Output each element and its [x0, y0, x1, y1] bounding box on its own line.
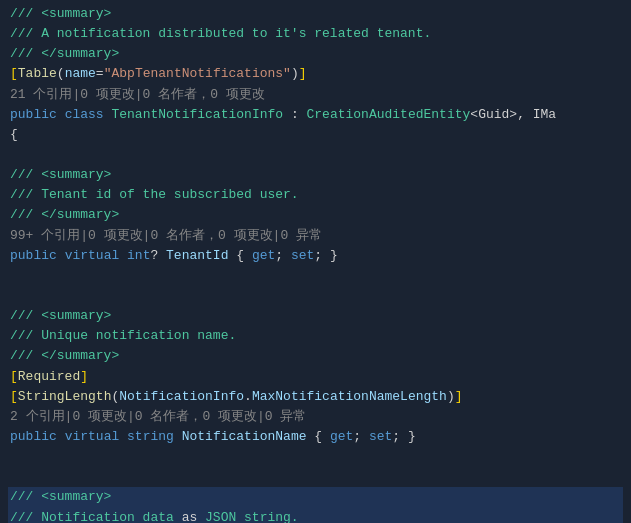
code-line-blank-2	[8, 266, 623, 286]
comma: , IMa	[517, 107, 556, 122]
keyword-virtual: virtual	[65, 429, 120, 444]
code-line-1: /// <summary>	[8, 4, 623, 24]
code-line-9: /// <summary>	[8, 165, 623, 185]
code-line-21: 2 个引用|0 项更改|0 名作者，0 项更改|0 异常	[8, 407, 623, 427]
paren-close: )	[447, 389, 455, 404]
code-line-3: /// </summary>	[8, 44, 623, 64]
bracket: [	[10, 369, 18, 384]
prop-name: NotificationName	[182, 429, 307, 444]
code-line-10: /// Tenant id of the subscribed user.	[8, 185, 623, 205]
comment-text: /// <summary>	[10, 308, 111, 323]
code-line-12: 99+ 个引用|0 项更改|0 名作者，0 项更改|0 异常	[8, 226, 623, 246]
semi-brace: ; }	[392, 429, 415, 444]
code-line-blank-3	[8, 286, 623, 306]
comment-text: /// <summary>	[10, 167, 111, 182]
code-line-5: 21 个引用|0 项更改|0 名作者，0 项更改	[8, 85, 623, 105]
keyword-public: public	[10, 248, 57, 263]
max-length: MaxNotificationNameLength	[252, 389, 447, 404]
paren: (	[57, 66, 65, 81]
attribute-stringlength: StringLength	[18, 389, 112, 404]
code-line-16: /// <summary>	[8, 306, 623, 326]
space	[119, 429, 127, 444]
code-line-18: /// </summary>	[8, 346, 623, 366]
comment-text: /// A notification distributed to it's r…	[10, 26, 431, 41]
as-keyword: as	[182, 510, 198, 523]
space: {	[307, 429, 330, 444]
code-line-2: /// A notification distributed to it's r…	[8, 24, 623, 44]
question: ?	[150, 248, 166, 263]
bracket-close: ]	[299, 66, 307, 81]
space	[57, 107, 65, 122]
keyword-virtual: virtual	[65, 248, 120, 263]
open-brace: {	[10, 127, 18, 142]
attribute-required: Required	[18, 369, 80, 384]
code-line-7: {	[8, 125, 623, 145]
space	[57, 429, 65, 444]
bracket: [	[10, 389, 18, 404]
keyword-class: class	[65, 107, 104, 122]
bracket-close: ]	[455, 389, 463, 404]
space	[119, 248, 127, 263]
code-line-22: public virtual string NotificationName {…	[8, 427, 623, 447]
code-line-blank-1	[8, 145, 623, 165]
refs-text: 21 个引用|0 项更改|0 名作者，0 项更改	[10, 87, 265, 102]
keyword-int: int	[127, 248, 150, 263]
semi: ;	[353, 429, 369, 444]
code-line-20: [StringLength(NotificationInfo.MaxNotifi…	[8, 387, 623, 407]
comment-text: /// <summary>	[10, 489, 111, 504]
code-line-26: /// Notification data as JSON string.	[8, 508, 623, 523]
comment-text: /// <summary>	[10, 6, 111, 21]
comment-text: /// </summary>	[10, 46, 119, 61]
comment-text-2: JSON string.	[197, 510, 298, 523]
keyword-set: set	[291, 248, 314, 263]
code-line-19: [Required]	[8, 367, 623, 387]
refs-text: 99+ 个引用|0 项更改|0 名作者，0 项更改|0 异常	[10, 228, 322, 243]
bracket-close: ]	[80, 369, 88, 384]
keyword-public: public	[10, 429, 57, 444]
keyword-string: string	[127, 429, 174, 444]
code-line-4: [Table(name="AbpTenantNotifications")]	[8, 64, 623, 84]
attr-name: name	[65, 66, 96, 81]
code-line-13: public virtual int? TenantId { get; set;…	[8, 246, 623, 266]
keyword-set: set	[369, 429, 392, 444]
code-line-blank-4	[8, 447, 623, 467]
comment-text: /// </summary>	[10, 207, 119, 222]
notif-info: NotificationInfo	[119, 389, 244, 404]
code-line-17: /// Unique notification name.	[8, 326, 623, 346]
space	[57, 248, 65, 263]
generic: <Guid>	[470, 107, 517, 122]
attribute-name: Table	[18, 66, 57, 81]
base-class: CreationAuditedEntity	[307, 107, 471, 122]
prop-name: TenantId	[166, 248, 228, 263]
keyword-public: public	[10, 107, 57, 122]
comment-text: /// Notification data	[10, 510, 182, 523]
semi: ;	[275, 248, 291, 263]
code-line-11: /// </summary>	[8, 205, 623, 225]
equals: =	[96, 66, 104, 81]
class-name: TenantNotificationInfo	[111, 107, 283, 122]
code-line-25: /// <summary>	[8, 487, 623, 507]
keyword-get: get	[252, 248, 275, 263]
code-line-6: public class TenantNotificationInfo : Cr…	[8, 105, 623, 125]
code-editor: /// <summary> /// A notification distrib…	[0, 0, 631, 523]
comment-text: /// Unique notification name.	[10, 328, 236, 343]
space	[174, 429, 182, 444]
comment-text: /// </summary>	[10, 348, 119, 363]
attr-value: "AbpTenantNotifications"	[104, 66, 291, 81]
bracket: [	[10, 66, 18, 81]
dot: .	[244, 389, 252, 404]
keyword-get: get	[330, 429, 353, 444]
semi-brace: ; }	[314, 248, 337, 263]
comment-text: /// Tenant id of the subscribed user.	[10, 187, 299, 202]
colon: :	[283, 107, 306, 122]
code-line-blank-5	[8, 467, 623, 487]
space: {	[228, 248, 251, 263]
refs-text: 2 个引用|0 项更改|0 名作者，0 项更改|0 异常	[10, 409, 306, 424]
paren-close: )	[291, 66, 299, 81]
